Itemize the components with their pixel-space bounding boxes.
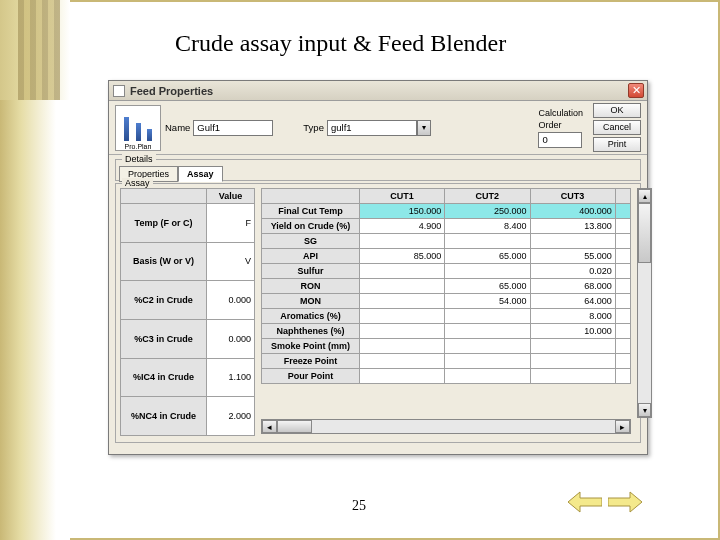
dialog-buttons: OK Cancel Print [593,103,641,152]
prev-slide-button[interactable] [568,490,602,514]
left-grid-row: %C2 in Crude0.000 [121,281,255,320]
title-bar: Feed Properties ✕ [109,81,647,101]
right-grid-cell[interactable] [445,264,530,279]
left-grid-cell[interactable]: 1.100 [207,358,255,397]
arrow-left-icon [568,490,602,514]
vscroll-thumb[interactable] [638,203,651,263]
print-button[interactable]: Print [593,137,641,152]
scroll-right-arrow-icon[interactable]: ▸ [615,420,630,433]
right-grid-cell[interactable] [615,309,631,324]
right-grid-cell[interactable] [530,369,615,384]
right-grid-cell[interactable]: 150.000 [360,204,445,219]
right-grid-cell[interactable] [530,339,615,354]
right-grid-cell[interactable] [445,324,530,339]
right-grid-cell[interactable]: 55.000 [530,249,615,264]
right-grid-cell[interactable]: 8.000 [530,309,615,324]
right-grid-row-label: Aromatics (%) [262,309,360,324]
name-label: Name [165,122,190,133]
app-window-icon [113,85,125,97]
right-grid-cell[interactable] [445,234,530,249]
right-grid-row: Final Cut Temp150.000250.000400.000 [262,204,632,219]
right-grid-col-header: CU [615,189,631,204]
right-grid-cell[interactable] [615,324,631,339]
right-grid-cell[interactable] [445,309,530,324]
right-grid-cell[interactable] [360,294,445,309]
right-grid-cell[interactable]: 4.900 [360,219,445,234]
left-grid-cell[interactable]: V [207,242,255,281]
assay-left-grid: Value Temp (F or C)FBasis (W or V)V%C2 i… [120,188,255,436]
right-grid-cell[interactable] [530,354,615,369]
right-grid-cell[interactable]: 13.800 [530,219,615,234]
right-grid-cell[interactable] [360,324,445,339]
chevron-down-icon[interactable]: ▾ [417,120,431,136]
right-grid-row: Pour Point [262,369,632,384]
next-slide-button[interactable] [608,490,642,514]
right-grid-cell[interactable]: 250.000 [445,204,530,219]
scroll-left-arrow-icon[interactable]: ◂ [262,420,277,433]
right-grid-cell[interactable] [615,204,631,219]
hscroll-thumb[interactable] [277,420,312,433]
right-grid-cell[interactable] [615,339,631,354]
left-grid-value-header: Value [207,189,255,204]
right-grid-cell[interactable]: 65.000 [445,249,530,264]
right-grid-cell[interactable] [360,369,445,384]
hscroll-track[interactable] [277,420,615,433]
right-grid-cell[interactable] [615,264,631,279]
left-grid-cell[interactable]: 2.000 [207,397,255,436]
right-grid-cell[interactable] [445,369,530,384]
right-grid-cell[interactable] [360,339,445,354]
right-grid-cell[interactable] [615,249,631,264]
assay-legend: Assay [122,178,153,188]
right-grid-cell[interactable] [615,219,631,234]
proplan-logo: Pro.Plan [115,105,161,151]
vertical-scrollbar[interactable]: ▴ ▾ [637,188,652,418]
ok-button[interactable]: OK [593,103,641,118]
horizontal-scrollbar[interactable]: ◂ ▸ [261,419,631,434]
right-grid-cell[interactable] [360,309,445,324]
right-grid-cell[interactable] [445,339,530,354]
right-grid-col-header: CUT3 [530,189,615,204]
right-grid-cell[interactable] [615,234,631,249]
right-grid-cell[interactable]: 68.000 [530,279,615,294]
right-grid-cell[interactable]: 64.000 [530,294,615,309]
right-grid-cell[interactable]: 65.000 [445,279,530,294]
right-grid-cell[interactable] [360,234,445,249]
slide-left-decoration [0,0,70,540]
right-grid-cell[interactable] [360,264,445,279]
right-grid-cell[interactable] [615,354,631,369]
cancel-button[interactable]: Cancel [593,120,641,135]
left-grid-cell[interactable]: F [207,204,255,243]
type-input[interactable] [327,120,417,136]
name-field: Name [165,120,273,136]
type-dropdown[interactable]: ▾ [327,120,431,136]
right-grid-cell[interactable]: 0.020 [530,264,615,279]
close-button[interactable]: ✕ [628,83,644,98]
right-grid-cell[interactable]: 85.000 [360,249,445,264]
calc-order-input[interactable] [538,132,582,148]
tab-assay[interactable]: Assay [178,166,223,182]
right-grid-cell[interactable] [615,294,631,309]
right-grid-cell[interactable]: 8.400 [445,219,530,234]
scroll-up-arrow-icon[interactable]: ▴ [638,189,651,203]
right-grid-cell[interactable] [615,279,631,294]
right-grid-cell[interactable]: 400.000 [530,204,615,219]
right-grid-col-header: CUT1 [360,189,445,204]
vscroll-track[interactable] [638,203,651,403]
scroll-down-arrow-icon[interactable]: ▾ [638,403,651,417]
right-grid-col-header: CUT2 [445,189,530,204]
right-grid-cell[interactable] [615,369,631,384]
left-grid-row-label: %C2 in Crude [121,281,207,320]
left-grid-cell[interactable]: 0.000 [207,319,255,358]
name-input[interactable] [193,120,273,136]
right-grid-cell[interactable] [360,354,445,369]
left-grid-cell[interactable]: 0.000 [207,281,255,320]
right-grid-cell[interactable] [360,279,445,294]
right-grid-row-label: Smoke Point (mm) [262,339,360,354]
right-grid-cell[interactable] [530,234,615,249]
right-grid-cell[interactable]: 54.000 [445,294,530,309]
left-grid-row-label: %NC4 in Crude [121,397,207,436]
right-grid-cell[interactable]: 10.000 [530,324,615,339]
right-grid-cell[interactable] [445,354,530,369]
assay-right-grid: CUT1CUT2CUT3CU Final Cut Temp150.000250.… [261,188,631,384]
arrow-right-icon [608,490,642,514]
